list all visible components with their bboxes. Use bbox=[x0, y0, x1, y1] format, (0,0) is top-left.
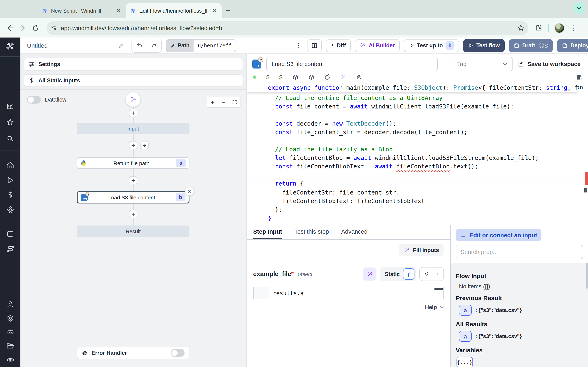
variables-icon[interactable]: $ bbox=[266, 74, 269, 80]
tab-step-input[interactable]: Step Input bbox=[253, 228, 282, 239]
runs-icon[interactable] bbox=[0, 176, 20, 184]
add-step-button[interactable] bbox=[129, 176, 137, 184]
settings-card[interactable]: Settings bbox=[24, 58, 243, 71]
test-flow-button[interactable]: Test flow bbox=[463, 39, 505, 52]
code-line[interactable]: // Load the file lazily as a Blob bbox=[247, 145, 584, 154]
tab-test-this-step[interactable]: Test this step bbox=[294, 228, 329, 239]
expression-editor[interactable]: results.a bbox=[253, 287, 444, 299]
fill-inputs-button[interactable]: Fill inputs bbox=[399, 244, 444, 256]
url-bar[interactable]: app.windmill.dev/flows/edit/u/henri/effo… bbox=[47, 21, 528, 35]
package-icon[interactable] bbox=[292, 74, 298, 80]
code-editor[interactable]: on export async function main(example_fi… bbox=[247, 83, 588, 225]
reload-icon[interactable] bbox=[30, 25, 41, 31]
fit-view-button[interactable] bbox=[229, 97, 240, 108]
remove-step-button[interactable]: × bbox=[185, 187, 194, 196]
code-line[interactable]: const file_content = await windmillClien… bbox=[247, 102, 584, 111]
browser-tab-2[interactable]: Edit Flow u/henri/effortless_fl ✕ bbox=[126, 3, 222, 18]
edit-or-connect-button[interactable]: ← Edit or connect an input bbox=[456, 229, 542, 241]
javascript-expr-toggle[interactable]: f bbox=[403, 268, 415, 280]
tab-advanced[interactable]: Advanced bbox=[341, 228, 367, 239]
code-line[interactable] bbox=[247, 137, 584, 145]
step-node-a[interactable]: Return file path a bbox=[77, 157, 190, 169]
undo-button[interactable] bbox=[132, 39, 147, 52]
error-handler-card[interactable]: Error Handler bbox=[77, 347, 190, 359]
tab-search-button[interactable] bbox=[574, 3, 584, 13]
windmill-logo[interactable] bbox=[0, 41, 20, 51]
expression-value[interactable]: results.a bbox=[269, 287, 304, 299]
zoom-in-button[interactable]: + bbox=[207, 97, 218, 108]
flow-input-node[interactable]: Input bbox=[77, 123, 190, 134]
settings-gear-icon[interactable] bbox=[0, 314, 20, 323]
user-icon[interactable] bbox=[0, 300, 20, 308]
home-icon[interactable] bbox=[0, 161, 20, 169]
search-icon[interactable] bbox=[0, 134, 20, 143]
schedules-icon[interactable] bbox=[0, 230, 20, 238]
ai-fill-button[interactable] bbox=[363, 267, 376, 281]
zoom-out-button[interactable]: − bbox=[218, 97, 229, 108]
result-key-badge[interactable]: a bbox=[459, 305, 472, 316]
static-toggle[interactable]: Static f bbox=[380, 267, 416, 281]
code-line[interactable]: const file_content_str = decoder.decode(… bbox=[247, 128, 584, 137]
package-icon[interactable] bbox=[308, 74, 314, 80]
add-step-button[interactable] bbox=[129, 109, 137, 117]
code-line[interactable]: } bbox=[247, 214, 584, 223]
apps-icon[interactable] bbox=[0, 102, 20, 110]
bookmark-star-icon[interactable] bbox=[517, 25, 524, 31]
ai-builder-button[interactable]: AI Builder bbox=[355, 39, 400, 52]
panel-scrollbar[interactable] bbox=[586, 263, 588, 289]
code-line[interactable]: return { bbox=[247, 179, 584, 188]
search-prop-input[interactable] bbox=[456, 245, 583, 259]
tab-close-icon[interactable]: ✕ bbox=[115, 7, 122, 14]
code-line[interactable] bbox=[247, 111, 584, 119]
profile-avatar[interactable] bbox=[554, 23, 564, 33]
library-icon[interactable] bbox=[576, 74, 582, 80]
site-settings-icon[interactable] bbox=[51, 25, 57, 31]
variables-badge[interactable]: {...} bbox=[457, 357, 473, 367]
add-step-button[interactable] bbox=[129, 210, 137, 218]
test-up-to-button[interactable]: Test up to b bbox=[404, 39, 459, 52]
extensions-icon[interactable] bbox=[535, 25, 542, 31]
folders-icon[interactable] bbox=[0, 342, 20, 350]
flow-result-node[interactable]: Result bbox=[77, 225, 190, 237]
more-menu-icon[interactable]: ⋮ bbox=[294, 42, 303, 49]
new-tab-button[interactable]: + bbox=[226, 7, 230, 15]
editor-scrollbar[interactable] bbox=[584, 83, 588, 225]
path-chip[interactable]: Path u/henri/eff bbox=[166, 39, 236, 52]
ai-wand-icon[interactable] bbox=[340, 74, 346, 80]
code-line[interactable]: const decoder = new TextDecoder(); bbox=[247, 119, 584, 128]
all-static-inputs-card[interactable]: All Static Inputs bbox=[24, 74, 243, 87]
flow-graph[interactable]: Dataflow + − bbox=[20, 89, 246, 367]
flow-name[interactable]: Untitled bbox=[27, 42, 127, 49]
browser-tab-1[interactable]: New Script | Windmill ✕ bbox=[38, 3, 126, 18]
redo-button[interactable] bbox=[147, 39, 161, 52]
add-step-button[interactable] bbox=[129, 141, 137, 149]
code-line[interactable]: fileContentStr: file_content_str, bbox=[247, 188, 584, 197]
connect-input-buttons[interactable] bbox=[419, 267, 444, 281]
ai-wand-button[interactable] bbox=[126, 92, 140, 107]
routes-icon[interactable] bbox=[0, 245, 20, 253]
code-line[interactable]: // Load the entire file_content as a Uin… bbox=[247, 94, 584, 102]
code-line[interactable] bbox=[247, 171, 584, 179]
gear-icon[interactable] bbox=[356, 74, 362, 80]
help-toggle[interactable]: Help bbox=[253, 304, 444, 310]
reload-icon[interactable] bbox=[324, 74, 330, 80]
add-trigger-button[interactable] bbox=[140, 141, 149, 149]
docs-button[interactable] bbox=[307, 39, 322, 52]
code-line[interactable]: }; bbox=[247, 206, 584, 214]
diff-button[interactable]: ± Diff bbox=[326, 39, 351, 52]
workers-robot-icon[interactable] bbox=[0, 328, 20, 336]
scrollbar-handle[interactable] bbox=[584, 188, 587, 192]
forward-icon[interactable] bbox=[17, 25, 28, 31]
audit-eye-icon[interactable] bbox=[0, 356, 20, 364]
resources-dollar-icon[interactable]: $ bbox=[279, 74, 283, 80]
resources-icon[interactable] bbox=[0, 206, 20, 214]
tab-close-icon[interactable]: ✕ bbox=[211, 7, 218, 14]
deploy-button[interactable]: Deploy bbox=[557, 39, 588, 52]
back-icon[interactable] bbox=[4, 25, 15, 31]
draft-button[interactable]: Draft ⌘S bbox=[509, 39, 553, 52]
tag-select[interactable]: Tag bbox=[452, 57, 513, 71]
graph-zoom-controls[interactable]: + − bbox=[207, 97, 241, 108]
save-to-workspace-button[interactable]: Save to workspace bbox=[518, 61, 582, 67]
error-handler-toggle[interactable] bbox=[171, 349, 185, 357]
code-line[interactable]: const fileContentBlobText = await fileCo… bbox=[247, 162, 584, 171]
